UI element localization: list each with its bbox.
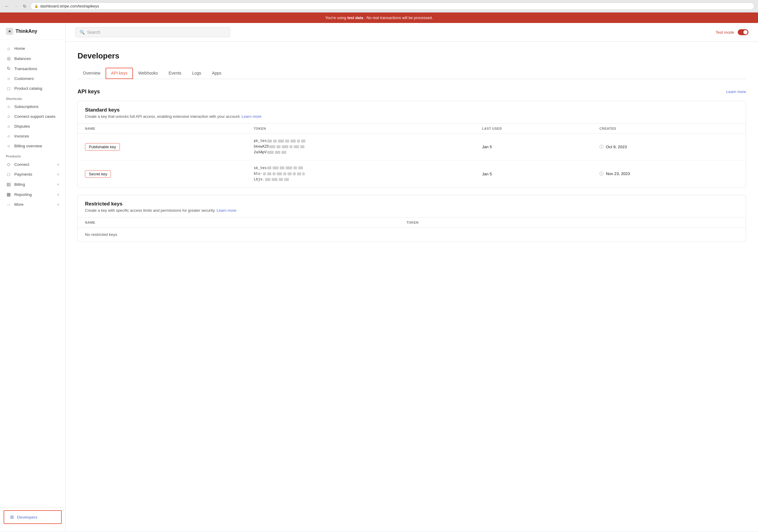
sidebar-nav: ⌂ Home ◎ Balances ↻ Transactions ○ Custo… xyxy=(0,40,65,508)
sidebar-item-customers-label: Customers xyxy=(14,76,34,81)
col-created: CREATED xyxy=(592,124,746,134)
sidebar-item-connect-support-label: Connect support cases xyxy=(14,114,55,119)
test-mode-banner: You're using test data . No real transac… xyxy=(0,13,758,23)
payments-chevron-icon: ∨ xyxy=(57,172,59,176)
test-banner-prefix: You're using xyxy=(325,16,347,20)
products-label: Products xyxy=(0,151,65,159)
sidebar-item-billing-overview-label: Billing overview xyxy=(14,144,42,148)
sidebar-item-invoices[interactable]: ○ Invoices xyxy=(0,131,65,141)
table-row: No restricted keys xyxy=(78,228,746,242)
tab-logs[interactable]: Logs xyxy=(187,68,206,79)
col-name: NAME xyxy=(78,124,247,134)
tab-events[interactable]: Events xyxy=(163,68,187,79)
publishable-key-last-used: Jan 5 xyxy=(475,134,593,161)
page-content: Developers Overview API keys Webhooks Ev… xyxy=(66,42,758,259)
search-bar[interactable]: 🔍 Search xyxy=(75,27,230,37)
sidebar-item-product-catalog-label: Product catalog xyxy=(14,86,42,91)
sidebar-item-product-catalog[interactable]: □ Product catalog xyxy=(0,84,65,93)
sidebar-item-reporting[interactable]: ▦ Reporting ∨ xyxy=(0,189,65,199)
connect-support-icon: ○ xyxy=(6,114,11,119)
search-placeholder: Search xyxy=(87,30,100,35)
no-restricted-keys-message: No restricted keys xyxy=(78,228,746,242)
restricted-keys-learn-more[interactable]: Learn more xyxy=(217,208,236,213)
subscriptions-icon: ○ xyxy=(6,104,11,109)
top-bar: 🔍 Search Test mode xyxy=(66,23,758,42)
sidebar-item-billing-overview[interactable]: ○ Billing overview xyxy=(0,141,65,151)
main-content: 🔍 Search Test mode Developers Overview A… xyxy=(66,23,758,531)
browser-chrome: ← → ↻ 🔒 dashboard.stripe.com/test/apikey… xyxy=(0,0,758,13)
col-last-used: LAST USED xyxy=(475,124,593,134)
sidebar-item-customers[interactable]: ○ Customers xyxy=(0,74,65,84)
restricted-col-name: NAME xyxy=(78,218,399,228)
sidebar-item-transactions[interactable]: ↻ Transactions xyxy=(0,63,65,74)
col-token: TOKEN xyxy=(247,124,475,134)
disputes-icon: ○ xyxy=(6,124,11,129)
connect-icon: ◇ xyxy=(6,161,11,167)
tab-apikeys[interactable]: API keys xyxy=(106,68,133,79)
table-row: Secret key sk_tes btu· Lbjv. Jan 5 xyxy=(78,160,746,187)
sidebar-item-balances[interactable]: ◎ Balances xyxy=(0,53,65,63)
logo-icon: ■ xyxy=(6,28,13,35)
balances-icon: ◎ xyxy=(6,56,11,61)
standard-keys-desc-text: Create a key that unlocks full API acces… xyxy=(85,114,241,119)
forward-button[interactable]: → xyxy=(13,3,19,10)
restricted-keys-section: Restricted keys Create a key with specif… xyxy=(78,195,746,242)
api-keys-header: API keys Learn more xyxy=(78,89,746,95)
sidebar-item-reporting-label: Reporting xyxy=(14,192,32,197)
sidebar-item-home[interactable]: ⌂ Home xyxy=(0,44,65,53)
sidebar-item-disputes[interactable]: ○ Disputes xyxy=(0,122,65,131)
test-mode-label: Test mode xyxy=(716,30,734,35)
sidebar-item-transactions-label: Transactions xyxy=(14,66,37,71)
product-catalog-icon: □ xyxy=(6,86,11,91)
back-button[interactable]: ← xyxy=(4,3,10,10)
billing-overview-icon: ○ xyxy=(6,143,11,149)
sidebar-logo[interactable]: ■ ThinkAny xyxy=(0,23,65,40)
sidebar-developers-label: Developers xyxy=(17,515,37,519)
restricted-keys-header: Restricted keys Create a key with specif… xyxy=(78,195,746,218)
standard-keys-table-header: NAME TOKEN LAST USED CREATED xyxy=(78,124,746,134)
tab-apps[interactable]: Apps xyxy=(207,68,227,79)
secret-key-created: ⓘ Nov 23, 2023 xyxy=(592,160,746,187)
address-bar[interactable]: 🔒 dashboard.stripe.com/test/apikeys xyxy=(30,2,754,10)
restricted-keys-table: NAME TOKEN No restricted keys xyxy=(78,218,746,241)
top-bar-right: Test mode xyxy=(716,29,748,35)
secret-key-token: sk_tes btu· Lbjv. xyxy=(254,165,467,183)
sidebar-bottom: ⊞ Developers xyxy=(0,508,65,526)
standard-keys-learn-more[interactable]: Learn more xyxy=(242,114,261,119)
sidebar-item-connect-support[interactable]: ○ Connect support cases xyxy=(0,112,65,122)
sidebar-item-payments[interactable]: □ Payments ∨ xyxy=(0,169,65,179)
sidebar-item-subscriptions-label: Subscriptions xyxy=(14,104,39,109)
sidebar-item-connect[interactable]: ◇ Connect ∨ xyxy=(0,159,65,169)
restricted-keys-table-header: NAME TOKEN xyxy=(78,218,746,228)
api-keys-learn-more[interactable]: Learn more xyxy=(726,89,746,94)
sidebar-item-billing[interactable]: ▤ Billing ∨ xyxy=(0,179,65,189)
standard-keys-section: Standard keys Create a key that unlocks … xyxy=(78,101,746,188)
test-banner-bold: test data xyxy=(347,16,363,20)
sidebar-item-more[interactable]: ··· More ∨ xyxy=(0,199,65,209)
tab-webhooks[interactable]: Webhooks xyxy=(133,68,163,79)
reload-button[interactable]: ↻ xyxy=(21,3,28,10)
test-mode-toggle[interactable] xyxy=(738,29,748,35)
restricted-keys-title: Restricted keys xyxy=(85,201,236,207)
home-icon: ⌂ xyxy=(6,46,11,51)
more-icon: ··· xyxy=(6,202,11,207)
tab-overview[interactable]: Overview xyxy=(78,68,106,79)
sidebar-item-subscriptions[interactable]: ○ Subscriptions xyxy=(0,102,65,112)
app-layout: ■ ThinkAny ⌂ Home ◎ Balances ↻ Transacti… xyxy=(0,23,758,531)
publishable-key-name-cell: Publishable key xyxy=(78,134,247,161)
reporting-icon: ▦ xyxy=(6,192,11,197)
sidebar-item-connect-label: Connect xyxy=(14,162,29,167)
copy-icon: ⓘ xyxy=(599,145,603,149)
standard-keys-header: Standard keys Create a key that unlocks … xyxy=(78,101,746,124)
search-icon: 🔍 xyxy=(80,30,85,35)
publishable-key-token-cell: pk_tes bkewXZD 2aXApV xyxy=(247,134,475,161)
sidebar-item-more-label: More xyxy=(14,202,23,207)
standard-keys-table: NAME TOKEN LAST USED CREATED Publishable… xyxy=(78,124,746,187)
standard-keys-title: Standard keys xyxy=(85,107,261,113)
publishable-key-label: Publishable key xyxy=(85,143,120,151)
test-banner-suffix: . No real transactions will be processed… xyxy=(364,16,433,20)
more-chevron-icon: ∨ xyxy=(57,202,59,206)
sidebar-item-developers[interactable]: ⊞ Developers xyxy=(4,510,62,524)
secret-key-label: Secret key xyxy=(85,170,111,178)
secret-key-name-cell: Secret key xyxy=(78,160,247,187)
